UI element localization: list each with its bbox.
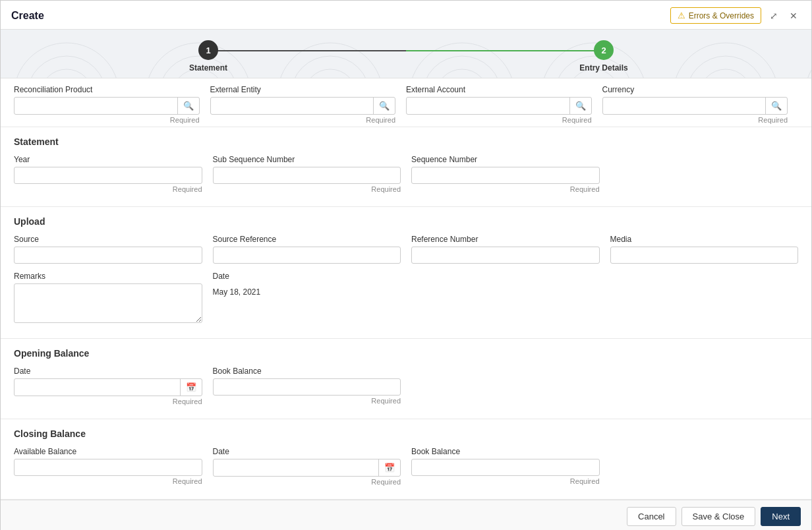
reference-number-label: Reference Number [411, 235, 600, 244]
reference-number-input[interactable] [411, 247, 600, 264]
opening-book-balance-field-col: Book Balance Required [213, 367, 401, 405]
sub-sequence-label: Sub Sequence Number [213, 155, 401, 164]
sub-sequence-field-col: Sub Sequence Number Required [213, 155, 401, 193]
reconciliation-product-search-button[interactable]: 🔍 [177, 98, 199, 114]
reference-number-field-col: Reference Number [411, 235, 600, 264]
statement-section-title: Statement [14, 136, 798, 147]
external-account-label: External Account [406, 85, 592, 94]
create-modal: Create ⚠ Errors & Overrides ⤢ ✕ 1 Statem… [0, 0, 812, 530]
closing-date-required: Required [213, 478, 401, 486]
year-label: Year [14, 155, 202, 164]
step-1-label: Statement [189, 63, 227, 73]
reconciliation-product-required: Required [14, 116, 200, 124]
external-entity-group: External Entity 🔍 Required [210, 85, 407, 124]
upload-empty-col-1 [411, 272, 600, 325]
currency-required: Required [602, 116, 788, 124]
sequence-input[interactable] [411, 167, 600, 184]
opening-date-input-wrap: 📅 [14, 378, 202, 396]
opening-date-calendar-button[interactable]: 📅 [180, 379, 202, 396]
opening-date-field-col: Date 📅 Required [14, 367, 202, 405]
errors-overrides-button[interactable]: ⚠ Errors & Overrides [670, 7, 761, 24]
currency-input[interactable] [603, 98, 766, 114]
errors-btn-label: Errors & Overrides [689, 11, 754, 20]
closing-book-balance-required: Required [411, 477, 600, 485]
upload-section-title: Upload [14, 216, 798, 227]
opening-date-required: Required [14, 398, 202, 405]
upload-section: Upload Source Source Reference Reference… [1, 207, 811, 339]
currency-search-button[interactable]: 🔍 [765, 98, 787, 114]
save-close-button[interactable]: Save & Close [682, 507, 756, 526]
sequence-field-col: Sequence Number Required [411, 155, 600, 193]
upload-fields-row-2: Remarks Date May 18, 2021 [14, 272, 798, 325]
external-entity-required: Required [210, 116, 396, 124]
resize-button[interactable]: ⤢ [767, 9, 781, 23]
external-entity-label: External Entity [210, 85, 396, 94]
source-reference-field-col: Source Reference [213, 235, 401, 264]
step-2[interactable]: 2 Entry Details [538, 40, 670, 73]
available-balance-required: Required [14, 477, 202, 485]
modal-body: Statement Year Required Sub Sequence Num… [1, 127, 811, 500]
year-required: Required [14, 185, 202, 193]
opening-balance-section: Opening Balance Date 📅 Required Book Bal… [1, 339, 811, 419]
step-1[interactable]: 1 Statement [142, 40, 274, 73]
external-entity-input-wrap: 🔍 [210, 97, 396, 115]
step-1-circle: 1 [198, 40, 218, 60]
upload-date-field-col: Date May 18, 2021 [213, 272, 401, 325]
available-balance-input[interactable] [14, 459, 202, 476]
external-entity-input[interactable] [211, 98, 374, 114]
opening-balance-title: Opening Balance [14, 348, 798, 359]
closing-date-input[interactable] [214, 460, 379, 476]
closing-date-calendar-button[interactable]: 📅 [378, 459, 400, 476]
available-balance-field-col: Available Balance Required [14, 447, 202, 486]
source-label: Source [14, 235, 202, 244]
close-button[interactable]: ✕ [786, 9, 801, 23]
next-button[interactable]: Next [761, 507, 801, 526]
remarks-input[interactable] [14, 283, 202, 323]
opening-date-label: Date [14, 367, 202, 376]
remarks-label: Remarks [14, 272, 202, 281]
reconciliation-product-input-wrap: 🔍 [14, 97, 200, 115]
external-entity-search-button[interactable]: 🔍 [373, 98, 395, 114]
closing-date-input-wrap: 📅 [213, 459, 401, 477]
cancel-button[interactable]: Cancel [627, 507, 676, 526]
closing-date-field-col: Date 📅 Required [213, 447, 401, 486]
external-account-input[interactable] [407, 98, 569, 114]
year-field-col: Year Required [14, 155, 202, 193]
statement-empty-col [610, 155, 799, 193]
opening-empty-col-1 [411, 367, 600, 405]
external-account-required: Required [406, 116, 592, 124]
reconciliation-product-label: Reconciliation Product [14, 85, 200, 94]
closing-book-balance-input[interactable] [411, 459, 600, 476]
external-account-input-wrap: 🔍 [406, 97, 592, 115]
modal-title: Create [11, 10, 44, 22]
currency-group: Currency 🔍 Required [602, 85, 799, 124]
opening-balance-fields-row: Date 📅 Required Book Balance Required [14, 367, 798, 405]
year-input[interactable] [14, 167, 202, 184]
reconciliation-product-input[interactable] [14, 98, 177, 114]
upload-date-value: May 18, 2021 [213, 283, 401, 301]
closing-empty-col [610, 447, 799, 486]
external-account-search-button[interactable]: 🔍 [569, 98, 591, 114]
step-2-circle: 2 [594, 40, 614, 60]
media-field-col: Media [610, 235, 799, 264]
sequence-label: Sequence Number [411, 155, 600, 164]
opening-book-balance-input[interactable] [213, 378, 401, 396]
source-reference-label: Source Reference [213, 235, 401, 244]
opening-empty-col-2 [610, 367, 799, 405]
source-reference-input[interactable] [213, 247, 401, 264]
closing-balance-section: Closing Balance Available Balance Requir… [1, 419, 811, 500]
sub-sequence-input[interactable] [213, 167, 401, 184]
currency-label: Currency [602, 85, 788, 94]
closing-book-balance-label: Book Balance [411, 447, 600, 456]
opening-book-balance-required: Required [213, 397, 401, 405]
stepper: 1 Statement 2 Entry Details [1, 40, 811, 73]
currency-input-wrap: 🔍 [602, 97, 788, 115]
top-fields-row: Reconciliation Product 🔍 Required Extern… [1, 78, 811, 127]
opening-date-input[interactable] [14, 380, 180, 396]
remarks-field-col: Remarks [14, 272, 202, 325]
modal-footer: Cancel Save & Close Next [1, 500, 811, 530]
stepper-area: 1 Statement 2 Entry Details [1, 30, 811, 78]
source-input[interactable] [14, 247, 202, 264]
media-input[interactable] [610, 247, 799, 264]
upload-date-label: Date [213, 272, 401, 281]
